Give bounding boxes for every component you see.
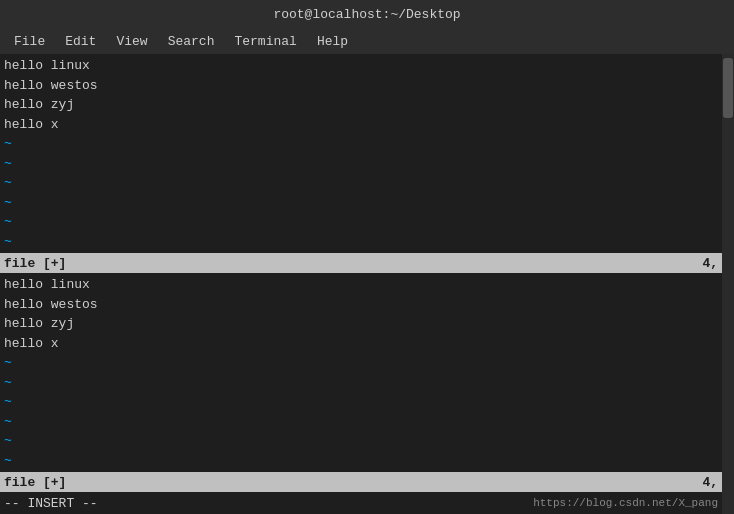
pane2-tilde-6: ~ <box>4 451 718 471</box>
pane1-line-4: hello x <box>4 115 718 135</box>
menu-search[interactable]: Search <box>160 32 223 51</box>
pane-2: hello linux hello westos hello zyj hello… <box>0 273 722 492</box>
pane2-line-1: hello linux <box>4 275 718 295</box>
pane1-line-2: hello westos <box>4 76 718 96</box>
menu-help[interactable]: Help <box>309 32 356 51</box>
menu-file[interactable]: File <box>6 32 53 51</box>
menu-terminal[interactable]: Terminal <box>226 32 304 51</box>
title-text: root@localhost:~/Desktop <box>273 7 460 22</box>
pane1-tilde-4: ~ <box>4 193 718 213</box>
menu-bar: File Edit View Search Terminal Help <box>0 28 734 54</box>
url-label: https://blog.csdn.net/X_pang <box>533 497 718 509</box>
pane1-tilde-2: ~ <box>4 154 718 174</box>
pane-2-status: file [+] 4, <box>0 472 722 492</box>
title-bar: root@localhost:~/Desktop <box>0 0 734 28</box>
pane2-status-pos: 4, <box>702 475 718 490</box>
pane1-tilde-1: ~ <box>4 134 718 154</box>
pane2-tilde-2: ~ <box>4 373 718 393</box>
pane2-line-3: hello zyj <box>4 314 718 334</box>
pane1-tilde-5: ~ <box>4 212 718 232</box>
terminal-body: hello linux hello westos hello zyj hello… <box>0 54 734 514</box>
vim-container: hello linux hello westos hello zyj hello… <box>0 54 722 514</box>
pane-2-content: hello linux hello westos hello zyj hello… <box>0 273 722 472</box>
scrollbar-thumb[interactable] <box>723 58 733 118</box>
pane2-tilde-4: ~ <box>4 412 718 432</box>
pane-1: hello linux hello westos hello zyj hello… <box>0 54 722 273</box>
insert-bar: -- INSERT -- https://blog.csdn.net/X_pan… <box>0 492 722 514</box>
pane1-line-3: hello zyj <box>4 95 718 115</box>
pane2-tilde-3: ~ <box>4 392 718 412</box>
pane2-tilde-1: ~ <box>4 353 718 373</box>
menu-edit[interactable]: Edit <box>57 32 104 51</box>
pane1-status-pos: 4, <box>702 256 718 271</box>
pane2-status-file: file [+] <box>4 475 66 490</box>
pane2-line-2: hello westos <box>4 295 718 315</box>
pane1-tilde-6: ~ <box>4 232 718 252</box>
pane1-tilde-3: ~ <box>4 173 718 193</box>
menu-view[interactable]: View <box>108 32 155 51</box>
pane2-line-4: hello x <box>4 334 718 354</box>
pane2-tilde-5: ~ <box>4 431 718 451</box>
pane1-line-1: hello linux <box>4 56 718 76</box>
scrollbar[interactable] <box>722 54 734 514</box>
pane1-status-file: file [+] <box>4 256 66 271</box>
pane-1-content: hello linux hello westos hello zyj hello… <box>0 54 722 253</box>
pane-1-status: file [+] 4, <box>0 253 722 273</box>
insert-label: -- INSERT -- <box>4 496 98 511</box>
